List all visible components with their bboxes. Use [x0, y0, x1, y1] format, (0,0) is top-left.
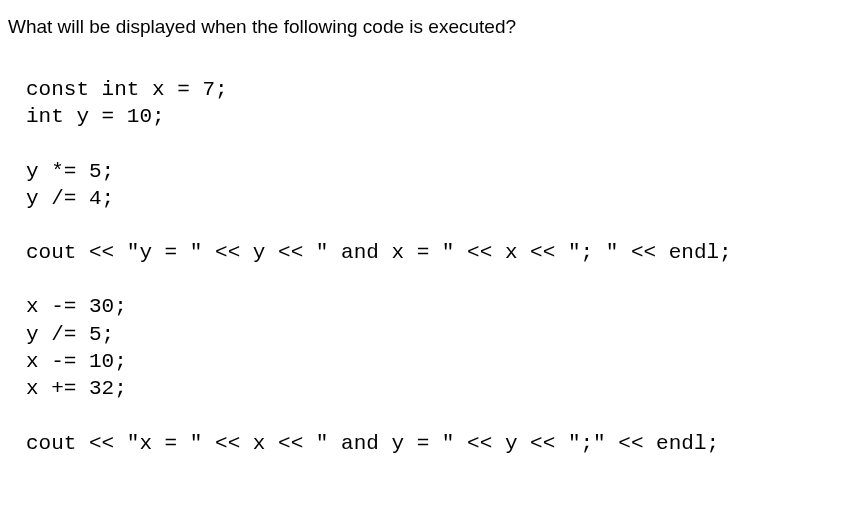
code-line: cout << "x = " << x << " and y = " << y …	[26, 430, 852, 457]
code-line: y /= 5;	[26, 321, 852, 348]
blank-line	[26, 403, 852, 430]
code-line: const int x = 7;	[26, 76, 852, 103]
code-line: y *= 5;	[26, 158, 852, 185]
blank-line	[26, 131, 852, 158]
blank-line	[26, 266, 852, 293]
code-line: y /= 4;	[26, 185, 852, 212]
code-block: const int x = 7; int y = 10; y *= 5; y /…	[8, 76, 852, 457]
code-line: x += 32;	[26, 375, 852, 402]
blank-line	[26, 212, 852, 239]
code-line: x -= 10;	[26, 348, 852, 375]
question-text: What will be displayed when the followin…	[8, 16, 852, 38]
code-line: cout << "y = " << y << " and x = " << x …	[26, 239, 852, 266]
code-line: int y = 10;	[26, 103, 852, 130]
code-line: x -= 30;	[26, 293, 852, 320]
